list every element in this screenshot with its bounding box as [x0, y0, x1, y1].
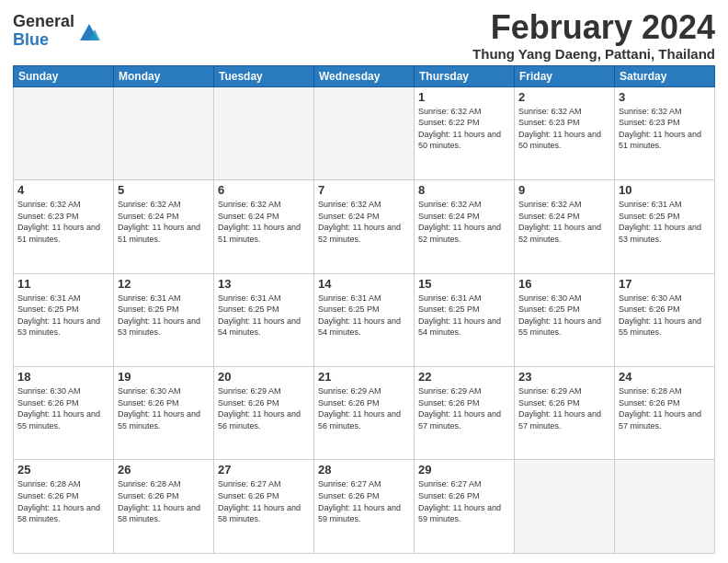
- calendar-cell: 12Sunrise: 6:31 AM Sunset: 6:25 PM Dayli…: [114, 273, 214, 366]
- day-info: Sunrise: 6:32 AM Sunset: 6:23 PM Dayligh…: [619, 106, 711, 152]
- calendar-cell: 29Sunrise: 6:27 AM Sunset: 6:26 PM Dayli…: [415, 460, 515, 554]
- calendar-cell: 9Sunrise: 6:32 AM Sunset: 6:24 PM Daylig…: [515, 180, 615, 273]
- calendar-week-2: 11Sunrise: 6:31 AM Sunset: 6:25 PM Dayli…: [14, 273, 715, 366]
- day-number: 11: [17, 277, 109, 291]
- day-number: 27: [218, 463, 310, 477]
- calendar-cell: 1Sunrise: 6:32 AM Sunset: 6:22 PM Daylig…: [415, 86, 515, 179]
- day-number: 18: [17, 370, 109, 384]
- col-friday: Friday: [515, 65, 615, 86]
- day-number: 8: [418, 183, 510, 197]
- calendar-cell: 14Sunrise: 6:31 AM Sunset: 6:25 PM Dayli…: [314, 273, 415, 366]
- calendar-cell: 10Sunrise: 6:31 AM Sunset: 6:25 PM Dayli…: [615, 180, 715, 273]
- day-number: 20: [218, 370, 310, 384]
- logo-icon: [76, 18, 102, 44]
- day-number: 28: [318, 463, 410, 477]
- calendar-week-3: 18Sunrise: 6:30 AM Sunset: 6:26 PM Dayli…: [14, 367, 715, 460]
- calendar-cell: 18Sunrise: 6:30 AM Sunset: 6:26 PM Dayli…: [14, 367, 114, 460]
- day-number: 24: [619, 370, 711, 384]
- day-info: Sunrise: 6:30 AM Sunset: 6:26 PM Dayligh…: [17, 385, 109, 431]
- calendar-cell: 6Sunrise: 6:32 AM Sunset: 6:24 PM Daylig…: [214, 180, 314, 273]
- col-monday: Monday: [114, 65, 214, 86]
- calendar-week-0: 1Sunrise: 6:32 AM Sunset: 6:22 PM Daylig…: [14, 86, 715, 179]
- calendar-cell: 26Sunrise: 6:28 AM Sunset: 6:26 PM Dayli…: [114, 460, 214, 554]
- calendar-cell: 13Sunrise: 6:31 AM Sunset: 6:25 PM Dayli…: [214, 273, 314, 366]
- calendar-cell: 5Sunrise: 6:32 AM Sunset: 6:24 PM Daylig…: [114, 180, 214, 273]
- calendar-cell: 27Sunrise: 6:27 AM Sunset: 6:26 PM Dayli…: [214, 460, 314, 554]
- calendar-cell: 16Sunrise: 6:30 AM Sunset: 6:25 PM Dayli…: [515, 273, 615, 366]
- calendar-cell: 24Sunrise: 6:28 AM Sunset: 6:26 PM Dayli…: [615, 367, 715, 460]
- calendar-week-4: 25Sunrise: 6:28 AM Sunset: 6:26 PM Dayli…: [14, 460, 715, 554]
- col-thursday: Thursday: [415, 65, 515, 86]
- calendar-cell: 23Sunrise: 6:29 AM Sunset: 6:26 PM Dayli…: [515, 367, 615, 460]
- day-number: 2: [518, 90, 610, 104]
- day-info: Sunrise: 6:27 AM Sunset: 6:26 PM Dayligh…: [418, 478, 510, 524]
- day-info: Sunrise: 6:32 AM Sunset: 6:22 PM Dayligh…: [418, 106, 510, 152]
- day-number: 22: [418, 370, 510, 384]
- col-wednesday: Wednesday: [314, 65, 415, 86]
- calendar-cell: [214, 86, 314, 179]
- col-tuesday: Tuesday: [214, 65, 314, 86]
- calendar-cell: 7Sunrise: 6:32 AM Sunset: 6:24 PM Daylig…: [314, 180, 415, 273]
- calendar-cell: [14, 86, 114, 179]
- day-number: 5: [118, 183, 210, 197]
- col-sunday: Sunday: [14, 65, 114, 86]
- calendar-cell: 15Sunrise: 6:31 AM Sunset: 6:25 PM Dayli…: [415, 273, 515, 366]
- day-number: 10: [619, 183, 711, 197]
- calendar-cell: 25Sunrise: 6:28 AM Sunset: 6:26 PM Dayli…: [14, 460, 114, 554]
- day-info: Sunrise: 6:31 AM Sunset: 6:25 PM Dayligh…: [318, 293, 410, 339]
- day-info: Sunrise: 6:30 AM Sunset: 6:25 PM Dayligh…: [518, 293, 610, 339]
- day-info: Sunrise: 6:32 AM Sunset: 6:24 PM Dayligh…: [318, 199, 410, 245]
- page: General Blue February 2024 Thung Yang Da…: [0, 0, 728, 563]
- calendar-cell: [314, 86, 415, 179]
- header: General Blue February 2024 Thung Yang Da…: [13, 9, 715, 62]
- day-info: Sunrise: 6:32 AM Sunset: 6:24 PM Dayligh…: [118, 199, 210, 245]
- day-info: Sunrise: 6:32 AM Sunset: 6:24 PM Dayligh…: [218, 199, 310, 245]
- day-info: Sunrise: 6:27 AM Sunset: 6:26 PM Dayligh…: [218, 478, 310, 524]
- day-info: Sunrise: 6:29 AM Sunset: 6:26 PM Dayligh…: [418, 385, 510, 431]
- logo-general: General: [13, 13, 74, 31]
- col-saturday: Saturday: [615, 65, 715, 86]
- day-info: Sunrise: 6:29 AM Sunset: 6:26 PM Dayligh…: [218, 385, 310, 431]
- day-info: Sunrise: 6:31 AM Sunset: 6:25 PM Dayligh…: [17, 293, 109, 339]
- day-info: Sunrise: 6:27 AM Sunset: 6:26 PM Dayligh…: [318, 478, 410, 524]
- day-number: 7: [318, 183, 410, 197]
- calendar-cell: 21Sunrise: 6:29 AM Sunset: 6:26 PM Dayli…: [314, 367, 415, 460]
- day-info: Sunrise: 6:28 AM Sunset: 6:26 PM Dayligh…: [619, 385, 711, 431]
- day-number: 4: [17, 183, 109, 197]
- calendar-cell: 11Sunrise: 6:31 AM Sunset: 6:25 PM Dayli…: [14, 273, 114, 366]
- logo-blue: Blue: [13, 31, 74, 50]
- day-info: Sunrise: 6:31 AM Sunset: 6:25 PM Dayligh…: [218, 293, 310, 339]
- logo: General Blue: [13, 13, 102, 50]
- calendar-cell: 28Sunrise: 6:27 AM Sunset: 6:26 PM Dayli…: [314, 460, 415, 554]
- day-number: 29: [418, 463, 510, 477]
- day-number: 23: [518, 370, 610, 384]
- subtitle: Thung Yang Daeng, Pattani, Thailand: [472, 46, 715, 62]
- calendar-cell: [615, 460, 715, 554]
- day-number: 3: [619, 90, 711, 104]
- day-number: 16: [518, 277, 610, 291]
- day-info: Sunrise: 6:31 AM Sunset: 6:25 PM Dayligh…: [418, 293, 510, 339]
- calendar-cell: 8Sunrise: 6:32 AM Sunset: 6:24 PM Daylig…: [415, 180, 515, 273]
- day-number: 12: [118, 277, 210, 291]
- day-number: 13: [218, 277, 310, 291]
- day-number: 19: [118, 370, 210, 384]
- day-info: Sunrise: 6:31 AM Sunset: 6:25 PM Dayligh…: [118, 293, 210, 339]
- calendar-table: Sunday Monday Tuesday Wednesday Thursday…: [13, 65, 715, 554]
- day-number: 14: [318, 277, 410, 291]
- day-info: Sunrise: 6:32 AM Sunset: 6:23 PM Dayligh…: [518, 106, 610, 152]
- calendar-cell: 2Sunrise: 6:32 AM Sunset: 6:23 PM Daylig…: [515, 86, 615, 179]
- day-info: Sunrise: 6:29 AM Sunset: 6:26 PM Dayligh…: [518, 385, 610, 431]
- calendar-cell: 17Sunrise: 6:30 AM Sunset: 6:26 PM Dayli…: [615, 273, 715, 366]
- calendar-cell: [114, 86, 214, 179]
- day-number: 26: [118, 463, 210, 477]
- day-number: 25: [17, 463, 109, 477]
- day-number: 1: [418, 90, 510, 104]
- calendar-cell: 3Sunrise: 6:32 AM Sunset: 6:23 PM Daylig…: [615, 86, 715, 179]
- day-number: 21: [318, 370, 410, 384]
- day-info: Sunrise: 6:28 AM Sunset: 6:26 PM Dayligh…: [17, 478, 109, 524]
- day-number: 6: [218, 183, 310, 197]
- day-number: 17: [619, 277, 711, 291]
- day-info: Sunrise: 6:29 AM Sunset: 6:26 PM Dayligh…: [318, 385, 410, 431]
- day-info: Sunrise: 6:32 AM Sunset: 6:24 PM Dayligh…: [418, 199, 510, 245]
- main-title: February 2024: [472, 9, 715, 46]
